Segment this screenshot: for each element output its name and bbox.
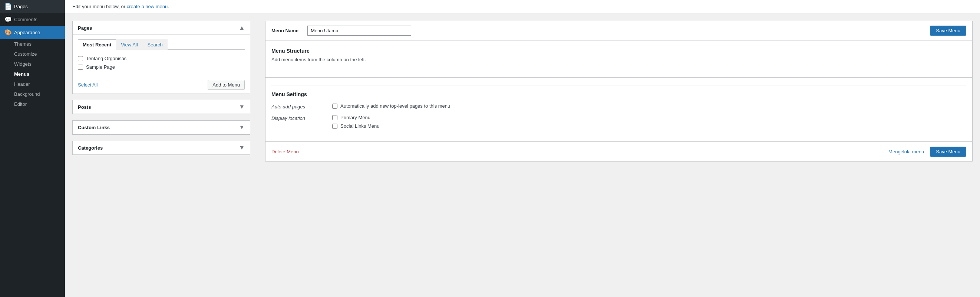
top-bar-suffix: . <box>168 4 169 9</box>
posts-box-title: Posts <box>78 104 91 110</box>
social-links-menu-label: Social Links Menu <box>340 123 380 129</box>
auto-add-controls: Automatically add new top-level pages to… <box>332 103 450 109</box>
menu-footer: Delete Menu Mengelola menu Save Menu <box>265 142 973 161</box>
sidebar-item-label: Pages <box>14 4 28 9</box>
sidebar-item-appearance[interactable]: 🎨 Appearance <box>0 26 65 39</box>
page-label-sample: Sample Page <box>86 64 115 70</box>
pages-meta-box: Pages ▲ Most Recent View All Search <box>72 21 250 94</box>
pages-box-title: Pages <box>78 25 92 31</box>
auto-add-row: Auto add pages Automatically add new top… <box>271 103 966 110</box>
sidebar-item-comments[interactable]: 💬 Comments <box>0 13 65 26</box>
sidebar-item-pages[interactable]: 📄 Pages <box>0 0 65 13</box>
custom-links-box-title: Custom Links <box>78 125 110 130</box>
sidebar-subitem-header[interactable]: Header <box>0 79 65 89</box>
auto-add-checkbox[interactable] <box>332 104 337 109</box>
primary-menu-checkbox[interactable] <box>332 115 337 120</box>
appearance-icon: 🎨 <box>5 29 11 36</box>
save-menu-button-top[interactable]: Save Menu <box>930 26 966 36</box>
page-item-sample: Sample Page <box>78 63 245 71</box>
create-new-menu-link[interactable]: create a new menu <box>127 4 168 9</box>
comments-icon: 💬 <box>5 16 11 23</box>
editor-label: Editor <box>14 101 27 107</box>
themes-label: Themes <box>14 41 32 47</box>
auto-add-label: Auto add pages <box>271 103 323 110</box>
display-location-controls: Primary Menu Social Links Menu <box>332 115 380 129</box>
delete-menu-link[interactable]: Delete Menu <box>271 149 299 155</box>
sidebar-subitem-themes[interactable]: Themes <box>0 39 65 49</box>
categories-box-title: Categories <box>78 145 103 151</box>
pages-tabs: Most Recent View All Search <box>78 39 245 50</box>
content-area: Pages ▲ Most Recent View All Search <box>65 13 980 297</box>
customize-label: Customize <box>14 51 37 57</box>
menu-name-input[interactable] <box>307 26 411 36</box>
sidebar-subitem-menus[interactable]: Menus <box>0 69 65 79</box>
footer-right: Mengelola menu Save Menu <box>888 147 966 156</box>
top-bar-text: Edit your menu below, or <box>72 4 127 9</box>
pages-meta-box-footer: Select All Add to Menu <box>73 76 250 94</box>
categories-meta-box: Categories ▼ <box>72 141 250 155</box>
sidebar-item-label: Comments <box>14 17 37 22</box>
sidebar: 📄 Pages 💬 Comments 🎨 Appearance Themes C… <box>0 0 65 297</box>
add-to-menu-button[interactable]: Add to Menu <box>208 80 245 90</box>
page-checkbox-tentang[interactable] <box>78 56 83 61</box>
widgets-label: Widgets <box>14 61 32 67</box>
menu-name-row: Menu Name Save Menu <box>265 21 973 40</box>
posts-toggle-button[interactable]: ▼ <box>239 104 245 110</box>
select-all-link[interactable]: Select All <box>78 82 97 88</box>
custom-links-meta-box: Custom Links ▼ <box>72 120 250 135</box>
menu-settings-title: Menu Settings <box>271 85 966 97</box>
social-links-menu-checkbox-item: Social Links Menu <box>332 123 380 129</box>
tab-search[interactable]: Search <box>143 39 168 50</box>
header-label: Header <box>14 81 30 87</box>
categories-toggle-button[interactable]: ▼ <box>239 145 245 151</box>
page-label-tentang: Tentang Organisasi <box>86 56 127 61</box>
primary-menu-label: Primary Menu <box>340 115 371 120</box>
sidebar-subitem-editor[interactable]: Editor <box>0 99 65 109</box>
sidebar-subitem-customize[interactable]: Customize <box>0 49 65 59</box>
menu-name-label: Menu Name <box>271 28 299 34</box>
tab-most-recent[interactable]: Most Recent <box>78 39 116 50</box>
sidebar-subitem-background[interactable]: Background <box>0 89 65 99</box>
tab-view-all[interactable]: View All <box>116 39 142 50</box>
posts-meta-box: Posts ▼ <box>72 100 250 114</box>
pages-meta-box-body: Most Recent View All Search Tentang Orga… <box>73 35 250 76</box>
right-panel: Menu Name Save Menu Menu Structure Add m… <box>258 13 980 297</box>
menu-structure-description: Add menu items from the column on the le… <box>271 57 966 62</box>
main-content: Edit your menu below, or create a new me… <box>65 0 980 297</box>
menu-settings-box: Menu Settings Auto add pages Automatical… <box>265 78 973 142</box>
page-checkbox-sample[interactable] <box>78 65 83 70</box>
social-links-menu-checkbox[interactable] <box>332 124 337 129</box>
menu-structure-title: Menu Structure <box>271 48 966 54</box>
categories-meta-box-header[interactable]: Categories ▼ <box>73 141 250 155</box>
posts-meta-box-header[interactable]: Posts ▼ <box>73 100 250 114</box>
display-location-row: Display location Primary Menu Social Lin… <box>271 115 966 129</box>
custom-links-toggle-button[interactable]: ▼ <box>239 125 245 130</box>
sidebar-item-label: Appearance <box>14 30 40 35</box>
primary-menu-checkbox-item: Primary Menu <box>332 115 380 120</box>
menus-label: Menus <box>14 71 29 77</box>
display-location-label: Display location <box>271 115 323 121</box>
custom-links-meta-box-header[interactable]: Custom Links ▼ <box>73 121 250 134</box>
top-bar: Edit your menu below, or create a new me… <box>65 0 980 13</box>
auto-add-checkbox-item: Automatically add new top-level pages to… <box>332 103 450 109</box>
pages-icon: 📄 <box>5 3 11 10</box>
auto-add-description: Automatically add new top-level pages to… <box>340 103 450 109</box>
pages-meta-box-header[interactable]: Pages ▲ <box>73 21 250 35</box>
page-item-tentang: Tentang Organisasi <box>78 54 245 63</box>
manage-menu-link[interactable]: Mengelola menu <box>888 149 924 155</box>
menu-structure-box: Menu Structure Add menu items from the c… <box>265 40 973 78</box>
save-menu-button-bottom[interactable]: Save Menu <box>930 147 966 156</box>
sidebar-subitem-widgets[interactable]: Widgets <box>0 59 65 69</box>
left-panel: Pages ▲ Most Recent View All Search <box>65 13 258 297</box>
pages-toggle-button[interactable]: ▲ <box>239 25 245 31</box>
background-label: Background <box>14 91 40 97</box>
